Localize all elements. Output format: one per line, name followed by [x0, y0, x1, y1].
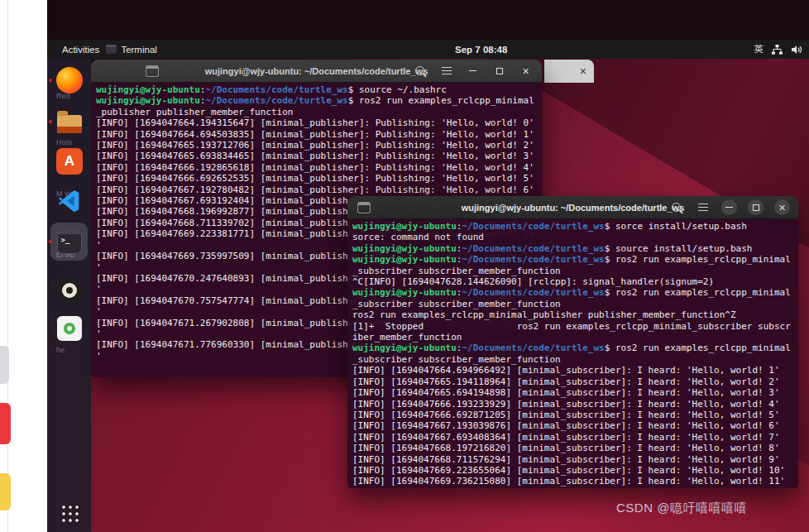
- close-button[interactable]: ×: [774, 199, 790, 215]
- terminal-output[interactable]: wujingyi@wjy-ubuntu:~/Documents/code/tur…: [347, 219, 798, 488]
- ubuntu-dock: Red Hom M vie El vid duct he A >_: [47, 59, 91, 532]
- terminal-mini-icon: [106, 45, 117, 54]
- terminal-line: [INFO] [1694047665.694194898] [minimal_s…: [352, 387, 793, 398]
- terminal-line: wujingyi@wjy-ubuntu:~/Documents/code/tur…: [352, 221, 793, 232]
- terminal-line: ros2 run examples_rclcpp_minimal_publish…: [352, 309, 793, 320]
- clock[interactable]: Sep 7 08:48: [455, 45, 507, 55]
- dock-item-green-app[interactable]: [55, 314, 84, 343]
- search-button[interactable]: [412, 63, 428, 79]
- dock-item-vscode[interactable]: [55, 186, 84, 216]
- menu-button[interactable]: [695, 199, 711, 215]
- app-menu-label: Terminal: [121, 45, 156, 55]
- search-button[interactable]: [668, 199, 684, 215]
- activities-button[interactable]: Activities: [62, 45, 99, 55]
- terminal-line: [INFO] [1694047664.694966492] [minimal_s…: [352, 365, 793, 376]
- bleed-text: he: [56, 346, 65, 354]
- terminal-line: [INFO] [1694047666.192865618] [minimal_p…: [96, 162, 537, 173]
- terminal-line: wujingyi@wjy-ubuntu:~/Documents/code/tur…: [96, 84, 537, 95]
- terminal-line: [INFO] [1694047669.223655064] [minimal_s…: [352, 465, 793, 476]
- terminal-app-icon[interactable]: [146, 65, 159, 77]
- terminal-line: wujingyi@wjy-ubuntu:~/Documents/code/tur…: [352, 243, 793, 254]
- terminal-line: [INFO] [1694047666.193233929] [minimal_s…: [352, 399, 793, 410]
- dock-item-terminal[interactable]: >_: [50, 223, 88, 261]
- maximize-button[interactable]: [491, 63, 507, 79]
- running-indicator: [49, 120, 52, 123]
- minimize-icon: [725, 207, 733, 208]
- partial-gray-element: [0, 346, 9, 384]
- terminal-app-icon[interactable]: [357, 202, 371, 213]
- hamburger-icon: [442, 70, 452, 72]
- terminal-line: _subscriber subscriber_member_function: [352, 266, 793, 276]
- dock-item-ubuntu-software[interactable]: A: [55, 146, 84, 176]
- running-indicator: [49, 240, 52, 243]
- search-icon: [672, 203, 681, 212]
- terminal-line: [INFO] [1694047667.193039876] [minimal_s…: [352, 420, 793, 431]
- system-status-area[interactable]: 英: [754, 43, 803, 55]
- partial-yellow-element: [0, 473, 11, 510]
- ubuntu-desktop: × wujingyi@wjy-ubuntu: ~/Documents/code/…: [47, 0, 809, 532]
- running-indicator: [49, 79, 52, 82]
- firefox-icon: [56, 67, 83, 93]
- gnome-top-bar: Activities Terminal Sep 7 08:48 英: [47, 40, 809, 59]
- maximize-icon: [753, 204, 759, 211]
- close-icon[interactable]: ×: [580, 65, 586, 78]
- terminal-line: [INFO] [1694047664.694503835] [minimal_p…: [96, 129, 537, 140]
- terminal-line: [INFO] [1694047668.711576294] [minimal_s…: [352, 454, 793, 465]
- terminal-line: [INFO] [1694047664.194315647] [minimal_p…: [96, 117, 537, 128]
- terminal-line: [INFO] [1694047667.693408364] [minimal_s…: [352, 432, 793, 443]
- terminal-line: [INFO] [1694047669.736215080] [minimal_s…: [352, 476, 793, 486]
- terminal-line: _subscriber subscriber_member_function: [352, 299, 793, 309]
- partial-red-element: [0, 403, 11, 444]
- search-icon: [415, 66, 424, 75]
- close-button[interactable]: ×: [518, 63, 534, 79]
- titlebar[interactable]: wujingyi@wjy-ubuntu: ~/Documents/code/tu…: [347, 196, 798, 219]
- screenshot-root: × wujingyi@wjy-ubuntu: ~/Documents/code/…: [0, 0, 809, 532]
- letterbox-top: [47, 0, 809, 40]
- hamburger-icon: [698, 207, 708, 208]
- dock-item-firefox[interactable]: [55, 65, 84, 95]
- page-divider-line: [7, 0, 8, 532]
- terminal-line: wujingyi@wjy-ubuntu:~/Documents/code/tur…: [96, 95, 537, 106]
- volume-icon: [791, 45, 802, 55]
- files-icon: [57, 115, 82, 133]
- media-app-icon: [56, 277, 83, 304]
- network-icon: [772, 45, 783, 55]
- terminal-line: wujingyi@wjy-ubuntu:~/Documents/code/tur…: [352, 287, 793, 298]
- terminal-line: [INFO] [1694047667.192780482] [minimal_p…: [96, 185, 537, 195]
- menu-button[interactable]: [438, 63, 454, 79]
- terminal-line: [INFO] [1694047668.197216820] [minimal_s…: [352, 443, 793, 453]
- terminal-line: [INFO] [1694047665.194118964] [minimal_s…: [352, 376, 793, 387]
- terminal-line: sorce: command not found: [352, 232, 793, 242]
- titlebar[interactable]: wujingyi@wjy-ubuntu: ~/Documents/code/tu…: [91, 60, 542, 83]
- terminal-line: _subscriber subscriber_member_function: [352, 354, 793, 365]
- minimize-button[interactable]: [465, 63, 481, 79]
- terminal-line: [INFO] [1694047666.692871205] [minimal_s…: [352, 410, 793, 420]
- terminal-line: [INFO] [1694047666.692652535] [minimal_p…: [96, 173, 537, 184]
- terminal-line: ^C[INFO] [1694047628.144626090] [rclcpp]…: [352, 276, 793, 287]
- background-window-fragment: ×: [544, 60, 594, 83]
- terminal-icon: >_: [57, 229, 82, 254]
- terminal-line: _publisher publisher_member_function: [96, 107, 537, 117]
- minimize-button[interactable]: [721, 199, 737, 215]
- app-menu-terminal[interactable]: Terminal: [106, 45, 156, 55]
- bleed-text: Hom: [56, 138, 72, 146]
- background-page-strip: [0, 0, 47, 532]
- terminal-line: [INFO] [1694047665.193712706] [minimal_p…: [96, 140, 537, 151]
- close-icon: ×: [522, 65, 529, 77]
- terminal-line: [INFO] [1694047665.693834465] [minimal_p…: [96, 151, 537, 161]
- terminal-line: [1]+ Stopped ros2 run examples_rclcpp_mi…: [352, 321, 793, 332]
- minimize-icon: [469, 70, 476, 72]
- ime-indicator: 英: [754, 43, 764, 55]
- show-applications-button[interactable]: [60, 504, 79, 522]
- terminal-line: wujingyi@wjy-ubuntu:~/Documents/code/tur…: [352, 343, 793, 353]
- dock-item-files[interactable]: [55, 107, 84, 137]
- green-app-icon: [57, 316, 82, 341]
- maximize-button[interactable]: [748, 199, 764, 215]
- maximize-icon: [496, 68, 503, 74]
- close-icon: ×: [778, 202, 785, 213]
- terminal-window-subscriber[interactable]: wujingyi@wjy-ubuntu: ~/Documents/code/tu…: [347, 196, 798, 488]
- terminal-line: iber_member_function: [352, 332, 793, 343]
- dock-item-media-app[interactable]: [55, 276, 84, 305]
- vscode-icon: [57, 189, 82, 213]
- ubuntu-software-icon: A: [56, 148, 83, 175]
